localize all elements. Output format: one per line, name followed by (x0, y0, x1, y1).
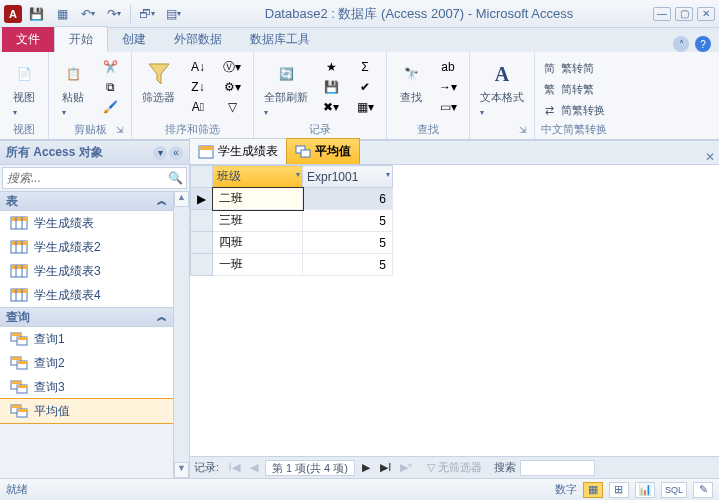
new-record-icon[interactable]: ★ (316, 58, 346, 76)
cell[interactable]: 6 (303, 188, 393, 210)
doc-tab-table[interactable]: 学生成绩表 (189, 138, 287, 164)
redo-icon[interactable]: ↷▾ (102, 3, 126, 25)
clipboard-dialog-launcher[interactable]: ⇲ (116, 125, 128, 137)
tab-home[interactable]: 开始 (54, 26, 108, 52)
trad-to-simp-button[interactable]: 简繁转简 (541, 58, 605, 78)
maximize-button[interactable]: ▢ (675, 7, 693, 21)
advanced-filter-icon[interactable]: ⚙▾ (217, 78, 247, 96)
find-button[interactable]: 🔭 查找 (393, 58, 429, 107)
copy-icon[interactable]: ⧉ (95, 78, 125, 96)
table-row[interactable]: 四班 5 (191, 232, 393, 254)
object-icon[interactable]: ▦ (50, 3, 74, 25)
collapse-icon[interactable]: ︽ (157, 194, 167, 208)
datasheet-view-icon[interactable]: ▦ (583, 482, 603, 498)
tab-external-data[interactable]: 外部数据 (160, 27, 236, 52)
sort-desc-icon[interactable]: Z↓ (183, 78, 213, 96)
nav-header[interactable]: 所有 Access 对象 ▾ « (0, 141, 189, 165)
close-button[interactable]: ✕ (697, 7, 715, 21)
row-selector[interactable]: ▶ (191, 188, 213, 210)
prev-record-icon[interactable]: ◀ (245, 460, 263, 476)
cell[interactable]: 5 (303, 232, 393, 254)
chinese-swap-button[interactable]: ⇄简繁转换 (541, 100, 605, 120)
undo-icon[interactable]: ↶▾ (76, 3, 100, 25)
table-row[interactable]: 一班 5 (191, 254, 393, 276)
column-header[interactable]: 班级▾ (213, 166, 303, 188)
help-icon[interactable]: ? (695, 36, 711, 52)
scroll-track[interactable] (174, 207, 189, 462)
scroll-up-icon[interactable]: ▲ (174, 191, 189, 207)
nav-scrollbar[interactable]: ▲ ▼ (173, 191, 189, 478)
nav-group-tables[interactable]: 表 ︽ (0, 191, 173, 211)
toggle-filter-icon[interactable]: ▽ (217, 98, 247, 116)
column-dropdown-icon[interactable]: ▾ (296, 170, 300, 179)
cut-icon[interactable]: ✂️ (95, 58, 125, 76)
record-counter[interactable]: 第 1 项(共 4 项) (265, 460, 355, 476)
sort-asc-icon[interactable]: A↓ (183, 58, 213, 76)
paste-button[interactable]: 📋 粘贴▾ (55, 58, 91, 119)
cell[interactable]: 三班 (213, 210, 303, 232)
list-item[interactable]: 查询2 (0, 351, 173, 375)
list-item[interactable]: 学生成绩表3 (0, 259, 173, 283)
row-selector[interactable] (191, 232, 213, 254)
new-recordbar-icon[interactable]: ▶* (397, 460, 415, 476)
delete-record-icon[interactable]: ✖▾ (316, 98, 346, 116)
row-selector[interactable] (191, 210, 213, 232)
selection-filter-icon[interactable]: Ⓥ▾ (217, 58, 247, 76)
cell[interactable]: 一班 (213, 254, 303, 276)
minimize-button[interactable]: — (653, 7, 671, 21)
data-grid[interactable]: 班级▾ Expr1001▾ ▶ 二班 6 三班 5 四班 5 (190, 165, 393, 276)
list-item[interactable]: 学生成绩表 (0, 211, 173, 235)
search-icon[interactable]: 🔍 (164, 171, 186, 185)
tab-create[interactable]: 创建 (108, 27, 160, 52)
ribbon-minimize-icon[interactable]: ˄ (673, 36, 689, 52)
last-record-icon[interactable]: ▶I (377, 460, 395, 476)
next-record-icon[interactable]: ▶ (357, 460, 375, 476)
window-list-icon[interactable]: 🗗▾ (135, 3, 159, 25)
table-row[interactable]: 三班 5 (191, 210, 393, 232)
pivottable-view-icon[interactable]: ⊞ (609, 482, 629, 498)
doc-tab-query[interactable]: 平均值 (286, 138, 360, 164)
table-row[interactable]: ▶ 二班 6 (191, 188, 393, 210)
app-icon[interactable]: A (4, 5, 22, 23)
cell[interactable]: 四班 (213, 232, 303, 254)
row-selector[interactable] (191, 254, 213, 276)
save-record-icon[interactable]: 💾 (316, 78, 346, 96)
list-item[interactable]: 学生成绩表4 (0, 283, 173, 307)
replace-icon[interactable]: ab (433, 58, 463, 76)
cell[interactable]: 5 (303, 254, 393, 276)
refresh-all-button[interactable]: 🔄 全部刷新▾ (260, 58, 312, 119)
collapse-icon[interactable]: ︽ (157, 310, 167, 324)
pivotchart-view-icon[interactable]: 📊 (635, 482, 655, 498)
first-record-icon[interactable]: I◀ (225, 460, 243, 476)
simp-to-trad-button[interactable]: 繁简转繁 (541, 79, 605, 99)
sql-view-button[interactable]: SQL (661, 482, 687, 498)
filter-indicator[interactable]: ▽无筛选器 (427, 460, 482, 475)
close-tab-icon[interactable]: ✕ (701, 150, 719, 164)
nav-collapse-icon[interactable]: « (169, 146, 183, 160)
design-view-icon[interactable]: ✎ (693, 482, 713, 498)
scroll-down-icon[interactable]: ▼ (174, 462, 189, 478)
select-icon[interactable]: ▭▾ (433, 98, 463, 116)
select-all-corner[interactable] (191, 166, 213, 188)
goto-icon[interactable]: →▾ (433, 78, 463, 96)
format-painter-icon[interactable]: 🖌️ (95, 98, 125, 116)
tab-file[interactable]: 文件 (2, 27, 54, 52)
cell[interactable]: 二班 (213, 188, 303, 210)
spelling-icon[interactable]: ✔ (350, 78, 380, 96)
more-records-icon[interactable]: ▦▾ (350, 98, 380, 116)
tab-db-tools[interactable]: 数据库工具 (236, 27, 324, 52)
filter-button[interactable]: 筛选器 (138, 58, 179, 107)
save-icon[interactable]: 💾 (24, 3, 48, 25)
view-button[interactable]: 📄 视图▾ (6, 58, 42, 119)
recnav-search-input[interactable] (520, 460, 595, 476)
text-format-button[interactable]: A 文本格式▾ (476, 58, 528, 119)
cell[interactable]: 5 (303, 210, 393, 232)
list-item[interactable]: 查询3 (0, 375, 173, 399)
list-item[interactable]: 查询1 (0, 327, 173, 351)
totals-icon[interactable]: Σ (350, 58, 380, 76)
nav-group-queries[interactable]: 查询 ︽ (0, 307, 173, 327)
list-item[interactable]: 学生成绩表2 (0, 235, 173, 259)
search-input[interactable] (3, 171, 164, 185)
table-view-icon[interactable]: ▤▾ (161, 3, 185, 25)
column-header[interactable]: Expr1001▾ (303, 166, 393, 188)
